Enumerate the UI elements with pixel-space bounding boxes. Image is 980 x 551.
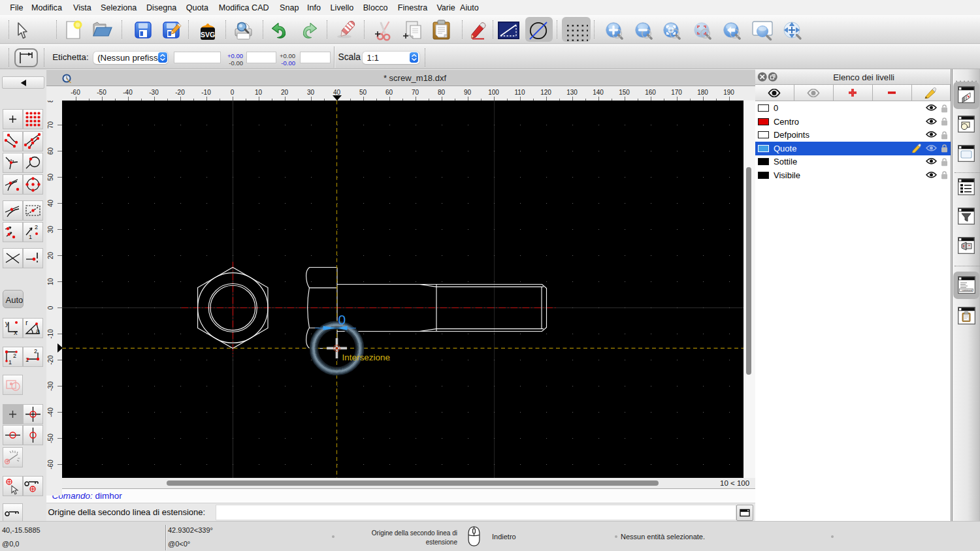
svg-text:r: r	[25, 319, 28, 326]
svg-text:2: 2	[34, 348, 37, 354]
svg-text:x: x	[14, 328, 18, 336]
svg-text:2: 2	[13, 353, 16, 359]
svg-text:SVG: SVG	[201, 30, 215, 38]
svg-text:Intersezione: Intersezione	[342, 353, 390, 362]
svg-text:1: 1	[29, 234, 32, 240]
svg-text:command: command	[962, 289, 972, 292]
svg-text:1: 1	[8, 359, 12, 366]
svg-text:2: 2	[35, 224, 38, 230]
svg-text:0: 0	[338, 312, 346, 327]
